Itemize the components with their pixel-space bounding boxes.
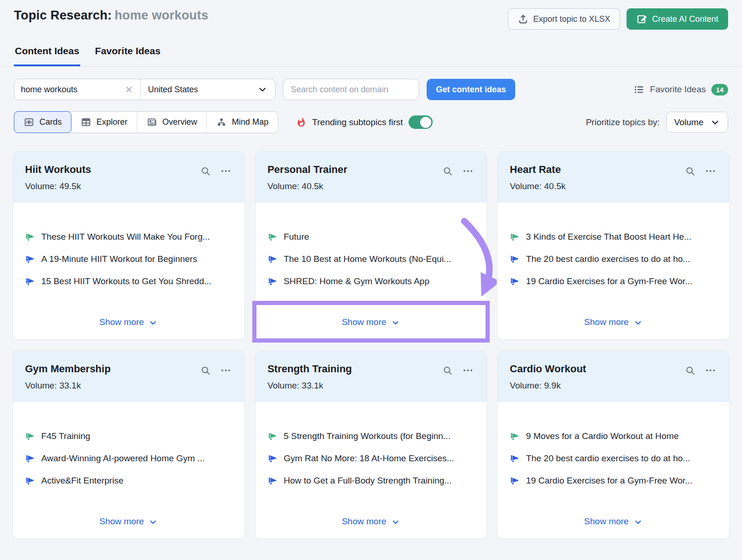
trending-toggle[interactable]	[409, 115, 433, 129]
edit-icon	[636, 13, 647, 25]
content-idea-item[interactable]: F45 Training	[25, 431, 232, 442]
card-title: Strength Training	[268, 363, 352, 375]
upload-icon	[518, 13, 529, 25]
show-more-button-highlighted[interactable]: Show more	[342, 317, 400, 328]
content-idea-item[interactable]: How to Get a Full-Body Strength Training…	[268, 475, 475, 486]
favorite-ideas-link[interactable]: Favorite Ideas 14	[633, 84, 728, 95]
show-more-button[interactable]: Show more	[342, 516, 400, 528]
card-volume: Volume: 9.9k	[510, 381, 586, 391]
create-ai-content-button[interactable]: Create AI Content	[627, 8, 728, 30]
content-idea-item[interactable]: Future	[268, 231, 475, 242]
content-idea-item[interactable]: SHRED: Home & Gym Workouts App	[268, 276, 475, 287]
prioritize-select[interactable]: Volume	[666, 112, 728, 133]
search-icon[interactable]	[442, 166, 453, 177]
controls-row: Cards Explorer Overview Mind Map Trendin…	[0, 111, 742, 133]
region-select[interactable]: United States	[141, 79, 275, 100]
content-idea-item[interactable]: These HIIT Workouts Will Make You Forg..…	[25, 231, 232, 242]
megaphone-icon	[25, 276, 35, 286]
card-title: Gym Membership	[25, 363, 111, 375]
show-more-button[interactable]: Show more	[584, 516, 643, 528]
content-idea-item[interactable]: The 20 best cardio exercises to do at ho…	[510, 254, 717, 265]
megaphone-icon	[510, 254, 519, 264]
view-overview[interactable]: Overview	[137, 112, 207, 133]
content-idea-item[interactable]: 15 Best HIIT Workouts to Get You Shredd.…	[25, 276, 232, 287]
megaphone-icon	[510, 476, 519, 485]
search-icon[interactable]	[200, 365, 211, 376]
content-idea-item[interactable]: A 19-Minute HIIT Workout for Beginners	[25, 254, 232, 265]
topic-search-group: United States	[14, 79, 275, 100]
page-title-prefix: Topic Research:	[14, 8, 112, 22]
card-volume: Volume: 40.5k	[510, 181, 565, 191]
search-icon[interactable]	[442, 365, 453, 376]
megaphone-icon	[25, 254, 35, 264]
megaphone-icon	[268, 453, 277, 463]
page-title-query: home workouts	[115, 8, 208, 22]
content-idea-item[interactable]: 19 Cardio Exercises for a Gym-Free Wor..…	[510, 475, 717, 486]
tab-bar: Content Ideas Favorite Ideas	[0, 45, 742, 67]
card-title: Personal Trainer	[268, 164, 347, 176]
megaphone-icon	[268, 476, 277, 485]
more-options-icon[interactable]	[705, 165, 716, 177]
topic-card-strength-training: Strength Training Volume: 33.1k 5 Streng…	[256, 351, 487, 539]
content-idea-item[interactable]: 5 Strength Training Workouts (for Beginn…	[268, 431, 475, 442]
content-idea-item[interactable]: The 20 best cardio exercises to do at ho…	[510, 453, 717, 464]
megaphone-icon	[268, 232, 277, 242]
search-icon[interactable]	[685, 166, 696, 177]
more-options-icon[interactable]	[705, 365, 716, 376]
more-options-icon[interactable]	[220, 365, 231, 376]
more-options-icon[interactable]	[462, 165, 473, 177]
page-title: Topic Research:home workouts	[14, 8, 208, 23]
card-title: Heart Rate	[510, 164, 565, 176]
export-xlsx-button[interactable]: Export topic to XLSX	[508, 8, 620, 30]
trending-control: Trending subtopics first	[296, 115, 433, 129]
megaphone-icon	[510, 232, 519, 242]
show-more-button[interactable]: Show more	[584, 317, 643, 328]
get-content-ideas-button[interactable]: Get content ideas	[427, 79, 515, 100]
more-options-icon[interactable]	[462, 365, 473, 376]
content-idea-item[interactable]: Active&Fit Enterprise	[25, 475, 232, 486]
tab-content-ideas[interactable]: Content Ideas	[14, 45, 80, 66]
list-icon	[633, 84, 645, 95]
card-title: Hiit Workouts	[25, 164, 91, 176]
card-volume: Volume: 40.5k	[268, 181, 347, 191]
content-idea-item[interactable]: 9 Moves for a Cardio Workout at Home	[510, 431, 717, 442]
topic-query-input[interactable]	[21, 85, 124, 95]
content-idea-item[interactable]: The 10 Best at Home Workouts (No-Equi...	[268, 254, 475, 265]
topic-card-hiit-workouts: Hiit Workouts Volume: 49.5k These HIIT W…	[13, 152, 244, 339]
search-icon[interactable]	[685, 365, 696, 376]
content-idea-item[interactable]: 19 Cardio Exercises for a Gym-Free Wor..…	[510, 276, 717, 287]
show-more-button[interactable]: Show more	[99, 516, 158, 528]
megaphone-icon	[268, 431, 277, 441]
megaphone-icon	[268, 276, 277, 286]
topic-card-grid: Hiit Workouts Volume: 49.5k These HIIT W…	[0, 152, 742, 539]
page-header: Topic Research:home workouts Export topi…	[0, 0, 742, 30]
search-icon[interactable]	[200, 166, 211, 177]
chevron-down-icon	[710, 117, 720, 127]
show-more-button[interactable]: Show more	[99, 317, 158, 328]
card-volume: Volume: 49.5k	[25, 181, 91, 191]
view-switcher: Cards Explorer Overview Mind Map	[14, 111, 278, 133]
view-explorer[interactable]: Explorer	[71, 112, 137, 133]
more-options-icon[interactable]	[220, 165, 231, 177]
document-icon	[147, 117, 157, 127]
card-title: Cardio Workout	[510, 363, 586, 375]
topic-card-personal-trainer: Personal Trainer Volume: 40.5k Future Th…	[256, 152, 487, 339]
card-volume: Volume: 33.1k	[25, 381, 111, 391]
mind-map-icon	[216, 117, 227, 127]
megaphone-icon	[510, 431, 519, 441]
content-idea-item[interactable]: 3 Kinds of Exercise That Boost Heart He.…	[510, 231, 717, 242]
megaphone-icon	[510, 453, 519, 463]
topic-card-heart-rate: Heart Rate Volume: 40.5k 3 Kinds of Exer…	[498, 152, 729, 339]
tab-favorite-ideas[interactable]: Favorite Ideas	[94, 45, 161, 66]
flame-icon	[296, 117, 307, 127]
content-idea-item[interactable]: Award-Winning AI-powered Home Gym ...	[25, 453, 232, 464]
view-mind-map[interactable]: Mind Map	[207, 112, 278, 133]
view-cards[interactable]: Cards	[14, 111, 71, 133]
prioritize-control: Prioritize topics by: Volume	[586, 112, 728, 133]
megaphone-icon	[25, 232, 35, 242]
clear-query-icon[interactable]	[124, 85, 134, 94]
topic-card-gym-membership: Gym Membership Volume: 33.1k F45 Trainin…	[13, 351, 244, 539]
favorites-count-badge: 14	[711, 84, 728, 95]
domain-search-input[interactable]	[283, 79, 419, 100]
content-idea-item[interactable]: Gym Rat No More: 18 At-Home Exercises...	[268, 453, 475, 464]
